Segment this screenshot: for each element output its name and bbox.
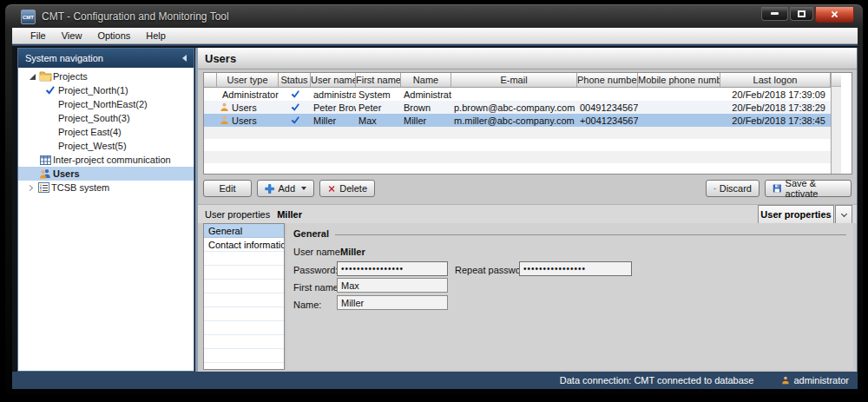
header-selector[interactable] <box>204 73 217 87</box>
empty-row <box>204 280 284 293</box>
table-row-peter-brown[interactable]: Users Peter Brown Peter Brown p.brown@ab… <box>204 101 831 114</box>
tree-item-tcsb-system[interactable]: TCSB system <box>18 181 194 194</box>
person-user-icon <box>220 115 229 125</box>
tree-item-projects[interactable]: Projects <box>18 69 194 83</box>
first-name-input[interactable] <box>337 278 448 293</box>
status-bar: Data connection: CMT connected to databa… <box>12 372 858 389</box>
users-group-icon <box>37 168 53 179</box>
password-input[interactable] <box>337 261 448 276</box>
cell-user-name: administrator <box>311 88 356 101</box>
menu-view[interactable]: View <box>54 30 90 41</box>
plus-icon <box>265 183 274 194</box>
maximize-button[interactable] <box>790 7 813 21</box>
header-user-type[interactable]: User type <box>217 73 279 87</box>
empty-row <box>204 151 831 163</box>
title-bar: CMT CMT - Configuration and Monitoring T… <box>5 4 863 28</box>
add-button[interactable]: Add <box>257 180 314 197</box>
logged-in-user: administrator <box>781 375 849 386</box>
cell-name: Brown <box>401 101 451 114</box>
minimize-button[interactable] <box>761 7 788 21</box>
chevron-down-icon <box>840 210 846 216</box>
status-check-icon <box>290 102 300 112</box>
check-icon <box>44 85 58 96</box>
header-first-name[interactable]: First name <box>356 73 401 87</box>
nav-item-general[interactable]: General <box>204 224 284 238</box>
user-name-value: Miller <box>340 247 365 257</box>
table-row-administrator[interactable]: Administrator administrator System Admin… <box>204 88 831 101</box>
tree-item-label: Project_North(1) <box>58 85 128 96</box>
cell-email: m.miller@abc-company.com <box>451 114 577 127</box>
expander-expanded-icon[interactable] <box>30 74 36 80</box>
header-name[interactable]: Name <box>401 73 451 87</box>
tree-item-project-west[interactable]: Project_West(5) <box>18 139 194 153</box>
edit-button[interactable]: Edit <box>203 180 252 197</box>
connection-status: Data connection: CMT connected to databa… <box>560 375 754 386</box>
status-check-icon <box>290 89 300 99</box>
menu-bar: File View Options Help <box>12 28 858 44</box>
system-navigation-panel: System navigation Projects Project_North <box>17 48 194 372</box>
empty-row <box>204 349 284 363</box>
sidebar-header: System navigation <box>18 49 194 68</box>
x-mark-icon <box>327 184 336 194</box>
table-header-row: User type Status User name First name Na… <box>204 73 831 88</box>
menu-file[interactable]: File <box>23 30 54 41</box>
cell-name: Administrator <box>401 88 451 101</box>
header-email[interactable]: E-mail <box>451 73 577 87</box>
cell-user-name: Miller <box>311 114 356 127</box>
close-icon <box>830 10 839 19</box>
page-title: Users <box>198 48 857 69</box>
expander-collapsed-icon[interactable] <box>26 184 32 190</box>
tree-item-project-south[interactable]: Project_South(3) <box>18 111 194 125</box>
tree-item-label: Users <box>53 168 80 179</box>
menu-help[interactable]: Help <box>138 30 174 41</box>
empty-row <box>204 307 284 321</box>
floppy-disk-icon <box>773 183 782 194</box>
header-phone[interactable]: Phone number <box>577 73 638 87</box>
password-label: Password: <box>293 265 338 275</box>
sidebar-header-label: System navigation <box>25 53 103 63</box>
empty-row <box>204 363 284 370</box>
properties-tab-dropdown[interactable] <box>835 205 852 223</box>
header-last-logon[interactable]: Last logon <box>720 73 831 87</box>
tree-item-project-east[interactable]: Project East(4) <box>18 125 194 139</box>
repeat-password-input[interactable] <box>519 261 632 276</box>
person-icon <box>781 376 790 385</box>
delete-button-label: Delete <box>339 183 367 194</box>
header-status[interactable]: Status <box>279 73 311 87</box>
collapse-panel-icon[interactable] <box>182 55 187 62</box>
discard-button[interactable]: Discard <box>706 180 760 197</box>
tree-item-inter-project-communication[interactable]: Inter-project communication <box>18 153 194 167</box>
empty-row <box>204 335 284 349</box>
menu-options[interactable]: Options <box>89 30 138 41</box>
empty-row <box>204 163 831 175</box>
content-area: System navigation Projects Project_North <box>12 44 858 372</box>
status-check-icon <box>290 115 300 125</box>
tree-item-users[interactable]: Users <box>18 167 194 181</box>
tab-user-properties-label: User properties <box>760 209 831 220</box>
cell-phone: 0049123456789 <box>577 101 638 114</box>
close-button[interactable] <box>815 7 854 23</box>
cell-name: Miller <box>401 114 451 127</box>
add-dropdown-icon[interactable] <box>301 187 306 190</box>
users-table: User type Status User name First name Na… <box>203 72 852 175</box>
cell-phone: +004123456789 <box>577 114 638 127</box>
header-user-name[interactable]: User name <box>311 73 356 87</box>
cell-mobile <box>638 88 720 101</box>
table-scrollbar[interactable] <box>831 73 841 174</box>
folder-icon <box>37 71 53 82</box>
add-button-label: Add <box>278 183 295 194</box>
table-row-miller-selected[interactable]: Users Miller Max Miller m.miller@abc-com… <box>204 114 831 127</box>
cell-email <box>451 88 577 101</box>
name-input[interactable] <box>337 295 448 310</box>
save-activate-button[interactable]: Save & activate <box>765 180 852 197</box>
tree-item-project-northeast[interactable]: Project_NorthEast(2) <box>18 97 194 111</box>
tree-item-label: Project_NorthEast(2) <box>58 99 148 109</box>
properties-nav: General Contact information <box>203 223 285 370</box>
nav-item-contact-information[interactable]: Contact information <box>204 238 284 252</box>
header-mobile[interactable]: Mobile phone number <box>638 73 720 87</box>
delete-button[interactable]: Delete <box>319 180 375 197</box>
tree-item-project-north[interactable]: Project_North(1) <box>18 83 194 97</box>
tree-item-label: Inter-project communication <box>53 155 171 165</box>
tab-user-properties[interactable]: User properties <box>758 205 834 223</box>
empty-row <box>204 293 284 307</box>
